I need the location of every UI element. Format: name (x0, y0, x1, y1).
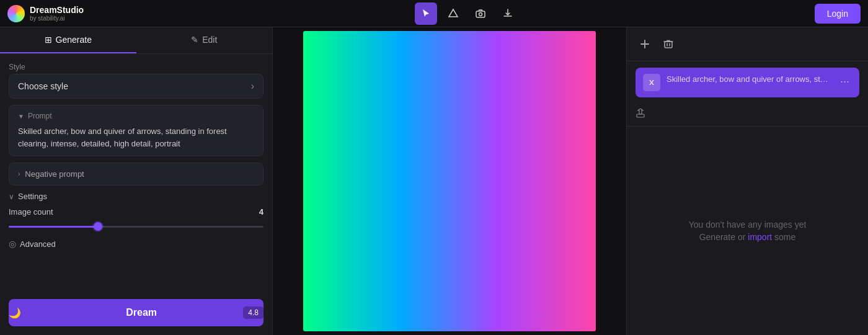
settings-header[interactable]: ∨ Settings (9, 192, 264, 201)
tab-edit[interactable]: ✎ Edit (136, 27, 273, 53)
app-subtitle: by stability.ai (30, 15, 84, 22)
image-count-value: 4 (259, 207, 264, 217)
topnav: DreamStudio by stability.ai (0, 0, 868, 27)
share-icon[interactable] (636, 109, 645, 121)
image-count-section: Image count 4 (9, 207, 264, 233)
empty-state: You don't have any images yet Generate o… (627, 127, 868, 335)
generate-tab-label: Generate (56, 35, 92, 45)
nav-center (119, 2, 815, 25)
prompt-box[interactable]: ▼ Prompt Skilled archer, bow and quiver … (9, 105, 264, 156)
style-label: Style (9, 63, 264, 71)
svg-rect-3 (637, 114, 644, 117)
negative-prompt-box[interactable]: › Negative prompt (9, 163, 264, 185)
tab-row: ⊞ Generate ✎ Edit (0, 27, 272, 54)
shape-tool-btn[interactable] (442, 2, 464, 25)
canvas-inner (306, 34, 593, 329)
image-count-label: Image count (9, 207, 53, 217)
settings-label: Settings (18, 192, 47, 201)
style-section: Style Choose style › (9, 63, 264, 99)
logo-icon (7, 5, 25, 22)
empty-line2: Generate or import some (699, 232, 796, 242)
dream-button-label: Dream (45, 307, 238, 318)
add-item-button[interactable] (636, 35, 654, 53)
edit-tab-label: Edit (202, 35, 217, 45)
tab-generate[interactable]: ⊞ Generate (0, 27, 136, 53)
dream-button[interactable]: 🌙 Dream 4.8 (9, 299, 264, 326)
right-panel-header (627, 27, 868, 61)
canvas-area (273, 27, 626, 335)
eye-icon: ◎ (9, 239, 16, 249)
advanced-row[interactable]: ◎ Advanced (9, 239, 264, 249)
prompt-collapse-icon: ▼ (18, 113, 24, 120)
prompt-text[interactable]: Skilled archer, bow and quiver of arrows… (18, 125, 254, 150)
neg-prompt-expand-icon: › (18, 171, 20, 177)
pointer-tool-btn[interactable] (415, 2, 437, 25)
dream-moon-icon: 🌙 (9, 307, 21, 319)
generate-tab-icon: ⊞ (45, 35, 52, 45)
login-button[interactable]: Login (815, 4, 861, 24)
gen-card-icon (643, 74, 660, 91)
prompt-header: ▼ Prompt (18, 112, 254, 120)
delete-item-button[interactable] (659, 35, 678, 53)
generation-card[interactable]: Skilled archer, bow and quiver of arrows… (636, 68, 859, 97)
right-panel: Skilled archer, bow and quiver of arrows… (626, 27, 868, 335)
svg-rect-0 (476, 11, 485, 17)
neg-prompt-label: Negative prompt (25, 169, 84, 179)
share-row (627, 104, 868, 127)
chevron-right-icon: › (251, 81, 254, 92)
settings-chevron-icon: ∨ (9, 192, 14, 201)
empty-line1: You don't have any images yet (689, 220, 807, 230)
logo-text-wrap: DreamStudio by stability.ai (30, 5, 84, 22)
sidebar-content: Style Choose style › ▼ Prompt Skilled ar… (0, 54, 272, 290)
gen-card-more-icon[interactable]: ··· (838, 74, 852, 89)
advanced-label: Advanced (20, 239, 56, 249)
camera-tool-btn[interactable] (469, 2, 492, 25)
canvas-frame (304, 32, 595, 330)
settings-section: ∨ Settings Image count 4 (9, 192, 264, 233)
image-count-row: Image count 4 (9, 207, 264, 217)
prompt-label: Prompt (28, 112, 52, 120)
app-title: DreamStudio (30, 5, 84, 15)
import-link[interactable]: import (748, 232, 772, 242)
svg-point-1 (479, 12, 482, 16)
dream-version-badge: 4.8 (243, 306, 264, 319)
svg-rect-2 (665, 42, 672, 48)
left-sidebar: ⊞ Generate ✎ Edit Style Choose style › (0, 27, 273, 335)
slider-fill (9, 226, 98, 228)
style-picker-label: Choose style (18, 81, 68, 91)
dream-btn-wrap: 🌙 Dream 4.8 (0, 290, 272, 335)
download-tool-btn[interactable] (497, 2, 519, 25)
gen-card-text: Skilled archer, bow and quiver of arrows… (666, 74, 831, 85)
slider-thumb[interactable] (94, 222, 102, 231)
edit-tab-icon: ✎ (191, 35, 198, 45)
nav-right: Login (815, 4, 861, 24)
style-picker[interactable]: Choose style › (9, 74, 264, 99)
logo-area: DreamStudio by stability.ai (7, 5, 119, 22)
image-count-slider[interactable] (9, 220, 264, 233)
main-layout: ⊞ Generate ✎ Edit Style Choose style › (0, 27, 868, 335)
